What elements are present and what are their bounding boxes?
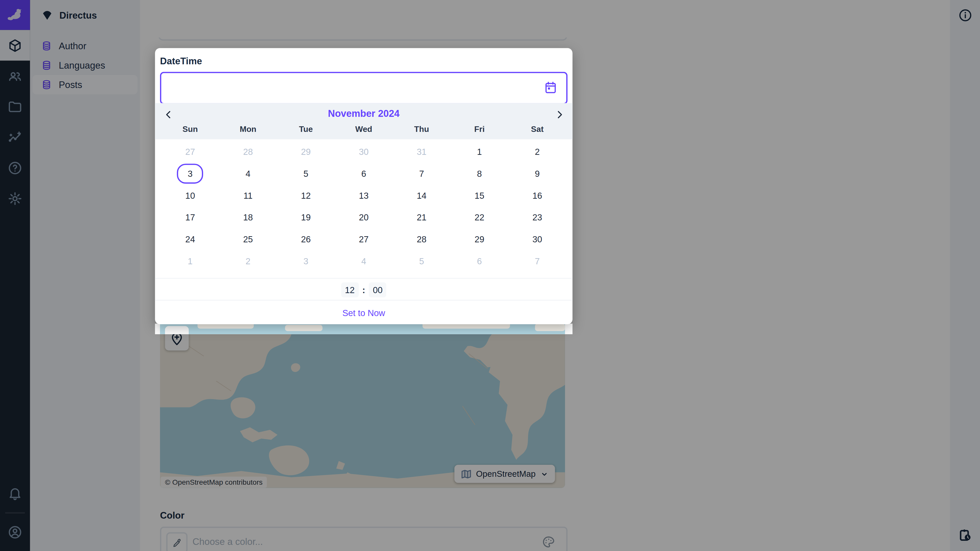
calendar-day[interactable]: 2 <box>508 141 566 162</box>
calendar-day[interactable]: 4 <box>219 162 277 184</box>
calendar-day[interactable]: 4 <box>335 250 393 272</box>
calendar-day[interactable]: 30 <box>508 228 566 250</box>
calendar-day[interactable]: 25 <box>219 228 277 250</box>
time-separator: : <box>363 285 365 295</box>
calendar-day[interactable]: 21 <box>393 206 451 228</box>
calendar-header: November 2024 <box>155 103 573 139</box>
calendar-day[interactable]: 10 <box>161 184 219 206</box>
map-bright-strip <box>155 324 573 334</box>
calendar-day[interactable]: 9 <box>508 162 566 184</box>
app-window: Creating Item in Posts Directus AuthorLa… <box>0 0 980 551</box>
calendar-day[interactable]: 19 <box>277 206 335 228</box>
calendar-day[interactable]: 28 <box>219 141 277 162</box>
calendar-day[interactable]: 6 <box>450 250 508 272</box>
calendar-day[interactable]: 11 <box>219 184 277 206</box>
day-name-tue: Tue <box>277 124 335 134</box>
calendar-day[interactable]: 5 <box>277 162 335 184</box>
calendar-footer: Set to Now <box>155 300 573 325</box>
calendar-day[interactable]: 30 <box>335 141 393 162</box>
calendar-day[interactable]: 15 <box>450 184 508 206</box>
calendar-day[interactable]: 7 <box>508 250 566 272</box>
calendar-day[interactable]: 23 <box>508 206 566 228</box>
set-to-now-button[interactable]: Set to Now <box>342 308 385 318</box>
calendar-day[interactable]: 22 <box>450 206 508 228</box>
calendar-day[interactable]: 29 <box>277 141 335 162</box>
chevron-right-icon <box>554 109 565 120</box>
hour-input[interactable]: 12 <box>341 282 359 297</box>
calendar-day[interactable]: 28 <box>393 228 451 250</box>
minute-input[interactable]: 00 <box>369 282 387 297</box>
calendar-day[interactable]: 2 <box>219 250 277 272</box>
calendar-day[interactable]: 6 <box>335 162 393 184</box>
calendar-date-grid: 2728293031123456789101112131415161718192… <box>161 141 566 272</box>
calendar-day[interactable]: 27 <box>335 228 393 250</box>
datetime-input[interactable] <box>160 72 568 104</box>
calendar-day[interactable]: 24 <box>161 228 219 250</box>
calendar-day[interactable]: 12 <box>277 184 335 206</box>
day-name-wed: Wed <box>335 124 393 134</box>
month-year-label[interactable]: November 2024 <box>155 108 573 119</box>
calendar-day[interactable]: 14 <box>393 184 451 206</box>
calendar-day[interactable]: 27 <box>161 141 219 162</box>
next-month-button[interactable] <box>551 106 568 122</box>
day-name-thu: Thu <box>393 124 451 134</box>
datetime-field-label: DateTime <box>160 56 202 66</box>
calendar-icon[interactable] <box>544 81 558 94</box>
calendar-day[interactable]: 29 <box>450 228 508 250</box>
calendar-day-names: SunMonTueWedThuFriSat <box>161 124 566 134</box>
calendar-day[interactable]: 5 <box>393 250 451 272</box>
day-name-mon: Mon <box>219 124 277 134</box>
calendar-day[interactable]: 8 <box>450 162 508 184</box>
day-name-sun: Sun <box>161 124 219 134</box>
calendar-day[interactable]: 16 <box>508 184 566 206</box>
calendar-day[interactable]: 18 <box>219 206 277 228</box>
calendar-day[interactable]: 31 <box>393 141 451 162</box>
calendar-day[interactable]: 1 <box>450 141 508 162</box>
day-name-fri: Fri <box>450 124 508 134</box>
calendar-day[interactable]: 1 <box>161 250 219 272</box>
day-name-sat: Sat <box>508 124 566 134</box>
calendar-day[interactable]: 3 <box>277 250 335 272</box>
calendar-day[interactable]: 20 <box>335 206 393 228</box>
calendar-day[interactable]: 13 <box>335 184 393 206</box>
calendar-day-selected[interactable]: 3 <box>161 162 219 184</box>
time-picker-row: 12 : 00 <box>155 278 573 300</box>
calendar-day[interactable]: 7 <box>393 162 451 184</box>
calendar-day[interactable]: 26 <box>277 228 335 250</box>
calendar-day[interactable]: 17 <box>161 206 219 228</box>
datetime-popover-card: DateTime November 2024 SunMonTueWedThuFr… <box>155 48 573 324</box>
